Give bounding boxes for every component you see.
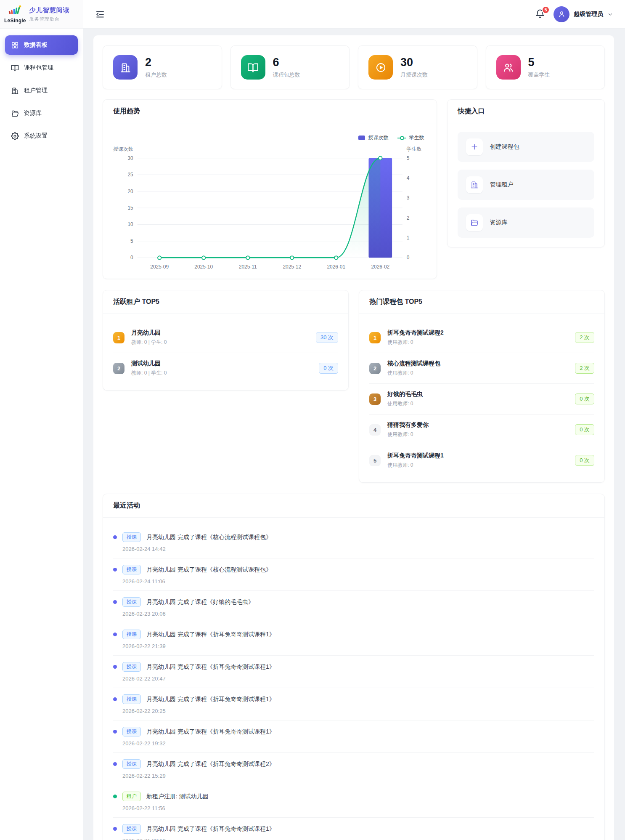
user-menu[interactable]: 超级管理员 (553, 6, 613, 22)
legend-bar-swatch (358, 136, 365, 140)
sidebar-item-label: 数据看板 (24, 41, 48, 49)
sidebar-item-label: 系统设置 (24, 132, 48, 140)
recent-activity-list: 授课月亮幼儿园 完成了课程《核心流程测试课程包》2026-02-24 14:42… (103, 518, 604, 840)
quick-action-label: 创建课程包 (490, 143, 519, 151)
stat-card: 30月授课次数 (358, 45, 477, 89)
legend-label: 授课次数 (368, 134, 388, 141)
usage-count-badge: 2 次 (575, 363, 594, 374)
activity-dot (113, 730, 117, 734)
notifications-button[interactable]: 5 (535, 9, 546, 20)
legend-item[interactable]: 学生数 (397, 134, 424, 141)
activity-dot (113, 827, 117, 831)
user-icon (558, 10, 566, 18)
stat-value: 6 (273, 56, 300, 69)
top-list-item: 2核心流程测试课程包使用教师: 02 次 (369, 353, 594, 384)
active-tenants-title: 活跃租户 TOP5 (113, 298, 159, 305)
quick-actions-card: 快捷入口 创建课程包管理租户资源库 (447, 99, 605, 247)
sidebar-item-settings[interactable]: 系统设置 (5, 126, 78, 146)
activity-time: 2026-02-22 20:25 (122, 708, 594, 714)
sidebar-item-dashboard[interactable]: 数据看板 (5, 35, 78, 55)
active-tenants-card: 活跃租户 TOP5 1月亮幼儿园教师: 0 | 学生: 030 次2测试幼儿园教… (103, 290, 349, 391)
folder-icon (466, 214, 483, 231)
sidebar-menu: 数据看板课程包管理租户管理资源库系统设置 (0, 29, 83, 152)
top-list-item: 1月亮幼儿园教师: 0 | 学生: 030 次 (113, 322, 338, 353)
rank-badge: 1 (369, 332, 381, 343)
sidebar-item-course-packages[interactable]: 课程包管理 (5, 58, 78, 77)
usage-count-badge: 30 次 (316, 332, 338, 343)
activity-type-badge: 授课 (122, 630, 141, 639)
user-name: 超级管理员 (574, 11, 603, 18)
activity-dot (113, 762, 117, 766)
stat-value: 30 (400, 56, 428, 69)
activity-time: 2026-02-22 20:47 (122, 675, 594, 682)
item-meta: 教师: 0 | 学生: 0 (131, 339, 309, 346)
rank-badge: 2 (113, 363, 124, 374)
activity-dot (113, 633, 117, 636)
activity-time: 2026-02-21 20:19 (122, 837, 594, 840)
top-list-item: 5折耳兔奇奇测试课程1使用教师: 00 次 (369, 445, 594, 476)
book-icon (11, 64, 19, 72)
activity-dot (113, 568, 117, 572)
activity-time: 2026-02-22 11:56 (122, 805, 594, 811)
activity-time: 2026-02-22 19:32 (122, 740, 594, 747)
activity-dot (113, 665, 117, 669)
svg-text:2025-10: 2025-10 (194, 264, 213, 270)
activity-dot (113, 795, 117, 798)
rank-badge: 2 (369, 363, 381, 374)
activity-text: 月亮幼儿园 完成了课程《折耳兔奇奇测试课程1》 (146, 631, 275, 638)
svg-text:2025-09: 2025-09 (150, 264, 169, 270)
svg-text:2025-11: 2025-11 (239, 264, 257, 270)
item-name: 测试幼儿园 (131, 360, 312, 367)
activity-item: 授课月亮幼儿园 完成了课程《折耳兔奇奇测试课程1》2026-02-22 19:3… (113, 720, 594, 753)
stat-value: 2 (145, 56, 167, 69)
building-icon (466, 176, 483, 193)
activity-type-badge: 租户 (122, 792, 141, 801)
hot-packages-title: 热门课程包 TOP5 (369, 298, 422, 305)
quick-action-building[interactable]: 管理租户 (458, 170, 594, 200)
quick-action-plus[interactable]: 创建课程包 (458, 132, 594, 162)
svg-text:4: 4 (407, 175, 410, 181)
stat-card: 2租户总数 (103, 45, 222, 89)
gear-icon (11, 132, 19, 140)
svg-text:10: 10 (127, 221, 133, 227)
activity-type-badge: 授课 (122, 532, 141, 542)
activity-time: 2026-02-22 15:29 (122, 773, 594, 779)
quick-action-folder[interactable]: 资源库 (458, 207, 594, 238)
item-name: 好饿的毛毛虫 (387, 391, 568, 398)
sidebar-item-resources[interactable]: 资源库 (5, 104, 78, 123)
sidebar-item-label: 租户管理 (24, 87, 48, 94)
stat-label: 月授课次数 (400, 71, 428, 79)
item-name: 折耳兔奇奇测试课程2 (387, 329, 568, 337)
chevron-down-icon (607, 11, 613, 17)
activity-type-badge: 授课 (122, 662, 141, 672)
usage-count-badge: 0 次 (575, 455, 594, 466)
top-list-item: 4猜猜我有多爱你使用教师: 00 次 (369, 415, 594, 445)
sidebar-collapse-button[interactable] (95, 9, 105, 19)
stat-label: 课程包总数 (273, 71, 300, 79)
legend-line-swatch (397, 138, 406, 138)
activity-item: 授课月亮幼儿园 完成了课程《好饿的毛毛虫》2026-02-23 20:06 (113, 591, 594, 623)
usage-trend-chart: 051015202530012345授课次数学生数2025-092025-102… (113, 141, 426, 272)
svg-text:25: 25 (127, 172, 133, 178)
activity-time: 2026-02-23 20:06 (122, 611, 594, 617)
app-subtitle: 服务管理后台 (29, 16, 70, 22)
collapse-icon (95, 9, 105, 19)
activity-item: 授课月亮幼儿园 完成了课程《核心流程测试课程包》2026-02-24 11:06 (113, 558, 594, 591)
rank-badge: 5 (369, 455, 381, 466)
legend-item[interactable]: 授课次数 (358, 134, 388, 141)
activity-dot (113, 535, 117, 539)
usage-count-badge: 0 次 (319, 363, 338, 374)
stat-card: 5覆盖学生 (486, 45, 605, 89)
item-meta: 教师: 0 | 学生: 0 (131, 369, 312, 377)
activity-time: 2026-02-24 14:42 (122, 546, 594, 552)
sidebar-item-tenants[interactable]: 租户管理 (5, 81, 78, 100)
activity-item: 授课月亮幼儿园 完成了课程《折耳兔奇奇测试课程1》2026-02-22 20:4… (113, 656, 594, 688)
svg-text:20: 20 (127, 189, 133, 194)
svg-text:2026-02: 2026-02 (371, 264, 389, 270)
activity-type-badge: 授课 (122, 565, 141, 574)
logo-text: LeSingle (4, 18, 26, 23)
main-content: 2租户总数6课程包总数30月授课次数5覆盖学生 使用趋势 授课次数学生数 051… (83, 29, 625, 840)
svg-text:授课次数: 授课次数 (113, 146, 133, 152)
usage-count-badge: 0 次 (575, 424, 594, 435)
svg-text:30: 30 (127, 155, 133, 161)
